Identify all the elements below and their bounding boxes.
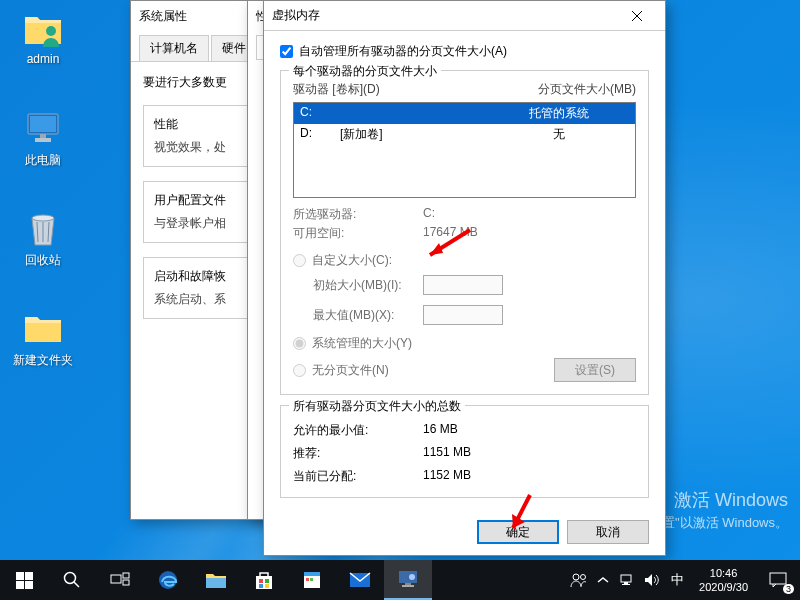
drive-letter: D: <box>300 126 340 143</box>
drive-row[interactable]: D: [新加卷] 无 <box>294 124 635 145</box>
input-initial-size[interactable] <box>423 275 503 295</box>
drive-label <box>340 105 489 122</box>
taskbar-app-file-explorer[interactable] <box>192 560 240 600</box>
checkbox-auto-manage[interactable] <box>280 45 293 58</box>
people-icon <box>570 572 588 588</box>
desktop-icon-recycle-bin[interactable]: 回收站 <box>8 208 78 278</box>
checkbox-label: 自动管理所有驱动器的分页文件大小(A) <box>299 43 507 60</box>
clock-time: 10:46 <box>699 566 748 580</box>
taskbar-app-mail[interactable] <box>336 560 384 600</box>
svg-rect-21 <box>304 572 320 576</box>
radio-label: 系统管理的大小(Y) <box>312 335 412 352</box>
fieldset-legend: 所有驱动器分页文件大小的总数 <box>289 398 465 415</box>
recycle-bin-icon <box>23 208 63 248</box>
folder-icon <box>205 571 227 589</box>
taskbar-app-display-settings[interactable] <box>384 560 432 600</box>
svg-rect-6 <box>16 572 24 580</box>
task-view-button[interactable] <box>96 560 144 600</box>
drive-pagesize: 托管的系统 <box>489 105 629 122</box>
search-button[interactable] <box>48 560 96 600</box>
drive-label: [新加卷] <box>340 126 489 143</box>
svg-rect-33 <box>622 584 630 585</box>
svg-point-30 <box>581 575 586 580</box>
titlebar[interactable]: 虚拟内存 <box>264 1 665 31</box>
mail-icon <box>349 571 371 589</box>
close-button[interactable] <box>617 2 657 30</box>
svg-rect-31 <box>621 575 631 582</box>
value-recommended: 1151 MB <box>423 445 471 462</box>
desktop-icon-label: 此电脑 <box>25 152 61 169</box>
radio-no-paging[interactable] <box>293 364 306 377</box>
radio-custom-size[interactable] <box>293 254 306 267</box>
tray-ime[interactable]: 中 <box>663 560 691 600</box>
svg-rect-3 <box>35 138 51 142</box>
svg-rect-7 <box>25 572 33 580</box>
task-view-icon <box>110 572 130 588</box>
store-icon <box>254 570 274 590</box>
taskbar-clock[interactable]: 10:46 2020/9/30 <box>691 566 756 595</box>
svg-rect-19 <box>265 584 269 588</box>
ok-button[interactable]: 确定 <box>477 520 559 544</box>
label-max-size: 最大值(MB)(X): <box>313 307 423 324</box>
svg-rect-16 <box>259 579 263 583</box>
taskbar-app-store[interactable] <box>240 560 288 600</box>
svg-rect-18 <box>259 584 263 588</box>
start-button[interactable] <box>0 560 48 600</box>
set-button[interactable]: 设置(S) <box>554 358 636 382</box>
notification-badge: 3 <box>783 584 794 594</box>
drive-list[interactable]: C: 托管的系统 D: [新加卷] 无 <box>293 102 636 198</box>
close-icon <box>631 10 643 22</box>
network-icon <box>619 573 635 587</box>
system-tray: 中 10:46 2020/9/30 3 <box>567 560 800 600</box>
svg-rect-34 <box>770 573 786 584</box>
svg-rect-2 <box>30 116 56 132</box>
taskbar-app-edge[interactable] <box>144 560 192 600</box>
label-initial-size: 初始大小(MB)(I): <box>313 277 423 294</box>
input-max-size[interactable] <box>423 305 503 325</box>
desktop-icon-label: 回收站 <box>25 252 61 269</box>
radio-system-managed[interactable] <box>293 337 306 350</box>
desktop-icon-new-folder[interactable]: 新建文件夹 <box>8 308 78 378</box>
tray-chevron-up[interactable] <box>591 560 615 600</box>
computer-icon <box>23 108 63 148</box>
label-recommended: 推荐: <box>293 445 423 462</box>
display-icon <box>397 569 419 589</box>
edge-icon <box>157 569 179 591</box>
svg-rect-26 <box>405 583 411 585</box>
svg-rect-23 <box>310 578 313 581</box>
column-header-drive: 驱动器 [卷标](D) <box>293 81 538 98</box>
windows-logo-icon <box>16 572 33 589</box>
paint-icon <box>302 570 322 590</box>
action-center-button[interactable]: 3 <box>756 560 800 600</box>
folder-icon <box>23 308 63 348</box>
column-header-pagesize: 分页文件大小(MB) <box>538 81 636 98</box>
value-min: 16 MB <box>423 422 458 439</box>
fieldset-per-drive: 每个驱动器的分页文件大小 驱动器 [卷标](D) 分页文件大小(MB) C: 托… <box>280 70 649 395</box>
label-min: 允许的最小值: <box>293 422 423 439</box>
tab-computer-name[interactable]: 计算机名 <box>139 35 209 61</box>
svg-rect-32 <box>624 582 628 584</box>
svg-rect-17 <box>265 579 269 583</box>
desktop-icons: admin 此电脑 回收站 新建文件夹 <box>8 8 78 408</box>
volume-icon <box>643 573 659 587</box>
label-selected-drive: 所选驱动器: <box>293 206 423 223</box>
fieldset-totals: 所有驱动器分页文件大小的总数 允许的最小值: 16 MB 推荐: 1151 MB… <box>280 405 649 498</box>
svg-point-10 <box>65 573 76 584</box>
value-free-space: 17647 MB <box>423 225 478 242</box>
svg-rect-8 <box>16 581 24 589</box>
desktop-icon-this-pc[interactable]: 此电脑 <box>8 108 78 178</box>
tray-network[interactable] <box>615 560 639 600</box>
tray-people[interactable] <box>567 560 591 600</box>
dialog-title: 虚拟内存 <box>272 7 617 24</box>
svg-rect-22 <box>306 578 309 581</box>
taskbar-app-paint[interactable] <box>288 560 336 600</box>
dialog-virtual-memory: 虚拟内存 自动管理所有驱动器的分页文件大小(A) 每个驱动器的分页文件大小 驱动… <box>263 0 666 556</box>
svg-rect-9 <box>25 581 33 589</box>
cancel-button[interactable]: 取消 <box>567 520 649 544</box>
desktop-icon-admin[interactable]: admin <box>8 8 78 78</box>
value-current: 1152 MB <box>423 468 471 485</box>
drive-row-selected[interactable]: C: 托管的系统 <box>294 103 635 124</box>
tray-volume[interactable] <box>639 560 663 600</box>
value-selected-drive: C: <box>423 206 435 223</box>
radio-label: 自定义大小(C): <box>312 252 392 269</box>
